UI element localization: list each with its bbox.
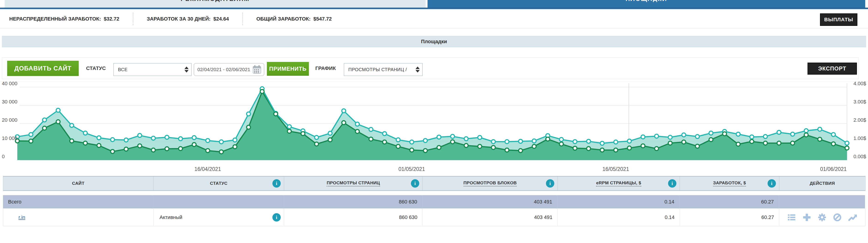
row-erpm: 0.14: [558, 209, 680, 226]
select-arrows-icon: [182, 66, 191, 72]
section-title-bar: Площадки: [2, 36, 866, 47]
export-button[interactable]: ЭКСПОРТ: [808, 63, 857, 74]
row-actions-cell: [779, 209, 865, 226]
site-cell: r.in: [3, 209, 154, 226]
total-actions-cell: [779, 195, 865, 208]
col-header-erpm: eRPM СТРАНИЦЫ, $ i: [558, 177, 680, 190]
status-cell: Активный i: [154, 209, 284, 226]
svg-text:01/05/2021: 01/05/2021: [398, 166, 425, 172]
row-earnings: 60.27: [680, 209, 779, 226]
table-row: r.in Активный i 860 630 403 491 0.14 60.…: [3, 209, 865, 226]
tab-advertisers-label: РЕКЛАМОДАТЕЛЯМ: [5, 0, 426, 3]
svg-text:16/04/2021: 16/04/2021: [194, 166, 221, 172]
traffic-earnings-chart[interactable]: 010 00020 00030 00040 0000.00$1.00$2.00$…: [0, 81, 868, 174]
status-select-value: ВСЕ: [114, 67, 182, 72]
status-text: Активный: [154, 214, 272, 220]
svg-text:2.00$: 2.00$: [854, 117, 866, 123]
total-site-cell: Всего: [3, 195, 153, 208]
date-range-input[interactable]: 02/04/2021 - 02/06/2021: [194, 63, 264, 76]
site-link[interactable]: r.in: [19, 214, 25, 220]
payouts-button[interactable]: ВЫПЛАТЫ: [820, 13, 857, 26]
info-icon[interactable]: i: [272, 179, 281, 188]
earnings-30-days-value: $24.64: [213, 16, 229, 22]
graph-metric-select[interactable]: ПРОСМОТРЫ СТРАНИЦ /: [344, 63, 423, 76]
toolbar: ДОБАВИТЬ САЙТ СТАТУС ВСЕ 02/04/2021 - 02…: [2, 57, 859, 79]
info-icon[interactable]: i: [768, 179, 776, 188]
apply-button[interactable]: ПРИМЕНИТЬ: [267, 62, 309, 76]
status-select[interactable]: ВСЕ: [113, 63, 192, 76]
earnings-30-days-label: ЗАРАБОТОК ЗА 30 ДНЕЙ:: [147, 16, 211, 22]
select-arrows-icon: [413, 66, 422, 72]
row-block-views: 403 491: [423, 209, 558, 226]
svg-text:10 000: 10 000: [2, 135, 17, 141]
info-icon[interactable]: i: [272, 213, 281, 221]
svg-text:20 000: 20 000: [2, 117, 17, 123]
col-header-block-views: ПРОСМОТРОВ БЛОКОВ i: [423, 177, 558, 190]
earnings-30-days: ЗАРАБОТОК ЗА 30 ДНЕЙ: $24.64: [133, 13, 243, 25]
total-block-views: 403 491: [423, 195, 558, 208]
col-header-page-views: ПРОСМОТРЫ СТРАНИЦ i: [284, 177, 423, 190]
tab-advertisers[interactable]: РЕКЛАМОДАТЕЛЯМ: [5, 0, 426, 8]
unallocated-earnings-label: НЕРАСПРЕДЕЛЕННЫЙ ЗАРАБОТОК:: [9, 16, 101, 22]
info-icon[interactable]: i: [668, 179, 676, 188]
graph-label: ГРАФИК: [315, 58, 336, 79]
plus-icon[interactable]: [803, 213, 811, 221]
page-title: Площадки: [421, 38, 447, 44]
svg-text:0.00$: 0.00$: [854, 154, 866, 159]
info-icon[interactable]: i: [411, 179, 419, 188]
svg-text:01/06/2021: 01/06/2021: [820, 166, 847, 172]
block-icon[interactable]: [833, 213, 841, 221]
date-range-value: 02/04/2021 - 02/06/2021: [194, 67, 252, 72]
info-icon[interactable]: i: [546, 179, 554, 188]
total-earnings-value: $547.72: [313, 16, 332, 22]
col-header-earnings: ЗАРАБОТОК, $ i: [680, 177, 779, 190]
col-header-actions: ДЕЙСТВИЯ: [779, 177, 865, 190]
earnings-strip: НЕРАСПРЕДЕЛЕННЫЙ ЗАРАБОТОК: $32.72 ЗАРАБ…: [0, 10, 868, 28]
svg-text:30 000: 30 000: [2, 99, 17, 104]
total-earnings: ОБЩИЙ ЗАРАБОТОК: $547.72: [243, 13, 345, 25]
graph-metric-value: ПРОСМОТРЫ СТРАНИЦ /: [344, 67, 413, 72]
status-label: СТАТУС: [86, 58, 106, 79]
col-header-site: САЙТ: [3, 177, 154, 190]
total-page-views: 860 630: [284, 195, 423, 208]
total-earnings: 60.27: [680, 195, 779, 208]
gear-icon[interactable]: [818, 213, 826, 221]
tab-publishers-label: ПЛОЩАДКИ: [428, 0, 865, 3]
row-page-views: 860 630: [284, 209, 423, 226]
svg-text:4.00$: 4.00$: [854, 81, 866, 86]
unallocated-earnings-value: $32.72: [104, 16, 119, 22]
list-icon[interactable]: [787, 213, 796, 221]
total-erpm: 0.14: [558, 195, 680, 208]
svg-text:16/05/2021: 16/05/2021: [602, 166, 629, 172]
col-header-status: СТАТУС i: [154, 177, 284, 190]
table-total-row: Всего 860 630 403 491 0.14 60.27: [3, 195, 865, 208]
svg-text:3.00$: 3.00$: [854, 99, 866, 104]
stats-trend-icon[interactable]: [848, 213, 857, 221]
total-earnings-label: ОБЩИЙ ЗАРАБОТОК:: [256, 16, 310, 22]
svg-text:1.00$: 1.00$: [854, 135, 866, 141]
unallocated-earnings: НЕРАСПРЕДЕЛЕННЫЙ ЗАРАБОТОК: $32.72: [0, 13, 133, 25]
tab-publishers[interactable]: ПЛОЩАДКИ: [428, 0, 865, 8]
table-header: САЙТ СТАТУС i ПРОСМОТРЫ СТРАНИЦ i ПРОСМО…: [3, 176, 865, 191]
add-site-button[interactable]: ДОБАВИТЬ САЙТ: [7, 61, 79, 76]
total-status-cell: [153, 195, 284, 208]
svg-text:0: 0: [2, 154, 5, 159]
svg-text:40 000: 40 000: [2, 81, 17, 86]
calendar-icon: [252, 65, 261, 74]
